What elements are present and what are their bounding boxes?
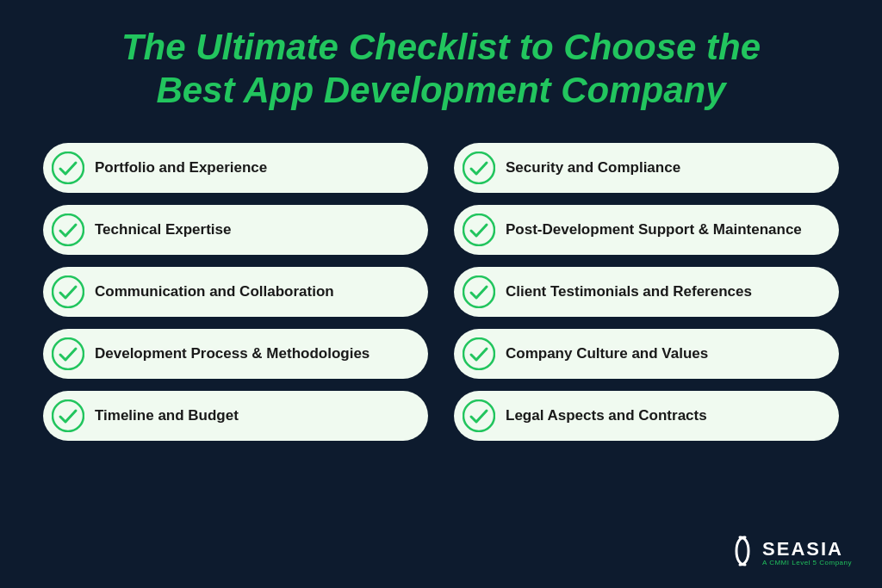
item-text: Legal Aspects and Contracts xyxy=(506,407,707,424)
check-icon xyxy=(52,275,84,308)
svg-point-6 xyxy=(53,338,84,369)
check-icon xyxy=(463,337,495,370)
checklist-item-right-2: Client Testimonials and References xyxy=(454,267,839,317)
checklist-item-right-0: Security and Compliance xyxy=(454,143,839,193)
check-icon xyxy=(52,152,84,184)
item-text: Communication and Collaboration xyxy=(95,283,334,300)
svg-point-5 xyxy=(463,276,494,307)
check-icon xyxy=(463,152,495,184)
title-section: The Ultimate Checklist to Choose the Bes… xyxy=(34,26,848,113)
logo-section: SEASIA A CMMI Level 5 Company xyxy=(730,534,852,573)
checklist-item-right-4: Legal Aspects and Contracts xyxy=(454,391,839,441)
svg-point-2 xyxy=(53,214,84,245)
svg-point-0 xyxy=(53,152,84,183)
svg-point-8 xyxy=(53,400,84,431)
item-text: Client Testimonials and References xyxy=(506,283,752,300)
checklist-item-left-1: Technical Expertise xyxy=(43,205,428,255)
check-icon xyxy=(52,214,84,246)
logo-text-block: SEASIA A CMMI Level 5 Company xyxy=(762,540,852,566)
item-text: Development Process & Methodologies xyxy=(95,345,370,362)
item-text: Security and Compliance xyxy=(506,159,680,176)
check-icon xyxy=(463,214,495,246)
checklist-item-left-2: Communication and Collaboration xyxy=(43,267,428,317)
check-icon xyxy=(463,275,495,308)
main-title: The Ultimate Checklist to Choose the Bes… xyxy=(34,26,848,113)
logo-name: SEASIA xyxy=(762,540,852,559)
svg-point-7 xyxy=(463,338,494,369)
page-container: The Ultimate Checklist to Choose the Bes… xyxy=(0,0,882,588)
checklist-grid: Portfolio and Experience Security and Co… xyxy=(34,143,848,441)
item-text: Company Culture and Values xyxy=(506,345,708,362)
check-icon xyxy=(52,399,84,432)
checklist-item-left-0: Portfolio and Experience xyxy=(43,143,428,193)
checklist-item-right-1: Post-Development Support & Maintenance xyxy=(454,205,839,255)
check-icon xyxy=(52,337,84,370)
checklist-item-left-3: Development Process & Methodologies xyxy=(43,329,428,379)
item-text: Technical Expertise xyxy=(95,221,231,238)
checklist-item-right-3: Company Culture and Values xyxy=(454,329,839,379)
title-line1: The Ultimate Checklist to Choose the xyxy=(121,27,761,67)
svg-point-3 xyxy=(463,214,494,245)
svg-point-4 xyxy=(53,276,84,307)
svg-point-9 xyxy=(463,400,494,431)
check-icon xyxy=(463,399,495,432)
logo-subtitle: A CMMI Level 5 Company xyxy=(762,559,852,566)
logo-bracket-icon xyxy=(730,534,755,573)
item-text: Post-Development Support & Maintenance xyxy=(506,221,802,238)
title-line2: Best App Development Company xyxy=(156,70,725,110)
item-text: Timeline and Budget xyxy=(95,407,239,424)
checklist-item-left-4: Timeline and Budget xyxy=(43,391,428,441)
svg-point-1 xyxy=(463,152,494,183)
item-text: Portfolio and Experience xyxy=(95,159,267,176)
